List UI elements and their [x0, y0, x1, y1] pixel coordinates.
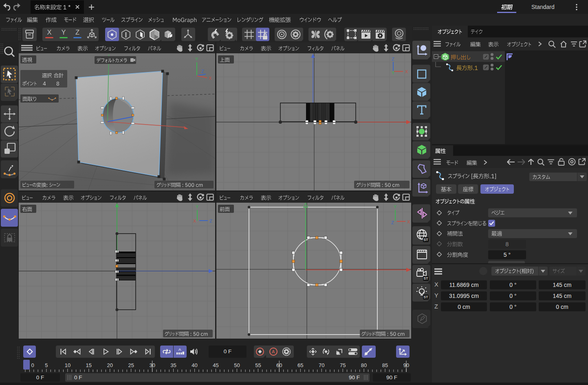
svg-text:A: A — [178, 347, 181, 352]
svg-text:Y: Y — [195, 57, 198, 61]
svg-text:50: 50 — [234, 362, 240, 368]
svg-text:Z: Z — [392, 57, 394, 61]
svg-text:Y: Y — [392, 70, 395, 75]
svg-text:Y: Y — [394, 204, 397, 209]
svg-text:5: 5 — [45, 362, 48, 368]
svg-text:45: 45 — [213, 362, 218, 368]
svg-text:55: 55 — [255, 362, 261, 368]
svg-text:20: 20 — [107, 362, 113, 368]
svg-text:Z: Z — [209, 219, 212, 223]
svg-text:15: 15 — [86, 362, 92, 368]
svg-text:35: 35 — [170, 362, 176, 368]
svg-text:0: 0 — [31, 362, 34, 368]
svg-text:Z: Z — [201, 69, 204, 74]
svg-text:70: 70 — [319, 362, 324, 368]
svg-text:X: X — [193, 219, 196, 223]
svg-text:Z: Z — [391, 220, 394, 225]
svg-text:X: X — [209, 76, 212, 81]
svg-text:25: 25 — [128, 362, 134, 368]
svg-text:40: 40 — [192, 362, 197, 368]
svg-text:75: 75 — [340, 362, 346, 368]
svg-text:Y: Y — [196, 204, 199, 209]
svg-text:X: X — [407, 219, 410, 224]
svg-text:A: A — [272, 349, 275, 354]
svg-text:10: 10 — [65, 362, 70, 368]
svg-text:65: 65 — [297, 362, 303, 368]
svg-text:80: 80 — [361, 362, 367, 368]
svg-text:X: X — [405, 69, 408, 74]
svg-text:85: 85 — [382, 362, 388, 368]
